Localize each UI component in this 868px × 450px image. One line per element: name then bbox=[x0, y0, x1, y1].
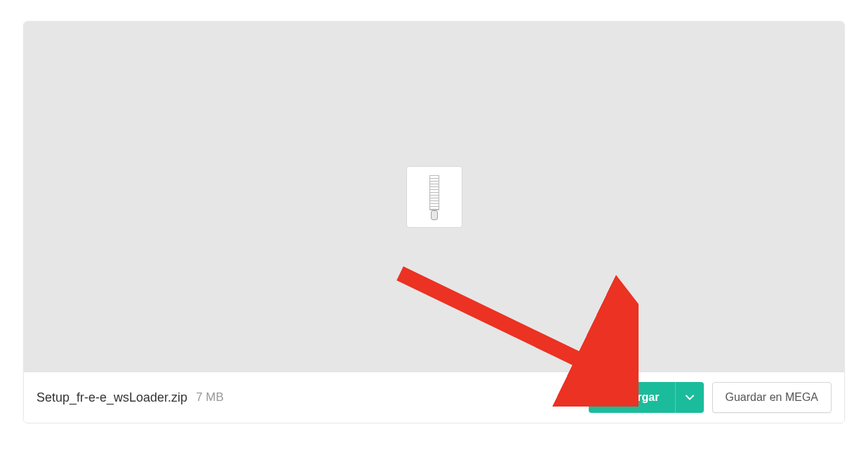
download-dropdown-toggle[interactable] bbox=[675, 382, 704, 413]
preview-area bbox=[24, 22, 844, 372]
download-button-group: Descargar bbox=[589, 382, 703, 413]
file-size: 7 MB bbox=[196, 390, 224, 404]
file-name: Setup_fr-e-e_wsLoader.zip bbox=[36, 390, 187, 405]
save-to-mega-button[interactable]: Guardar en MEGA bbox=[712, 382, 832, 413]
zip-icon bbox=[429, 175, 439, 219]
file-icon bbox=[406, 166, 462, 228]
footer-bar: Setup_fr-e-e_wsLoader.zip 7 MB Descargar… bbox=[24, 372, 844, 423]
file-card: Setup_fr-e-e_wsLoader.zip 7 MB Descargar… bbox=[23, 21, 845, 423]
chevron-down-icon bbox=[686, 395, 694, 400]
download-button[interactable]: Descargar bbox=[589, 382, 674, 413]
